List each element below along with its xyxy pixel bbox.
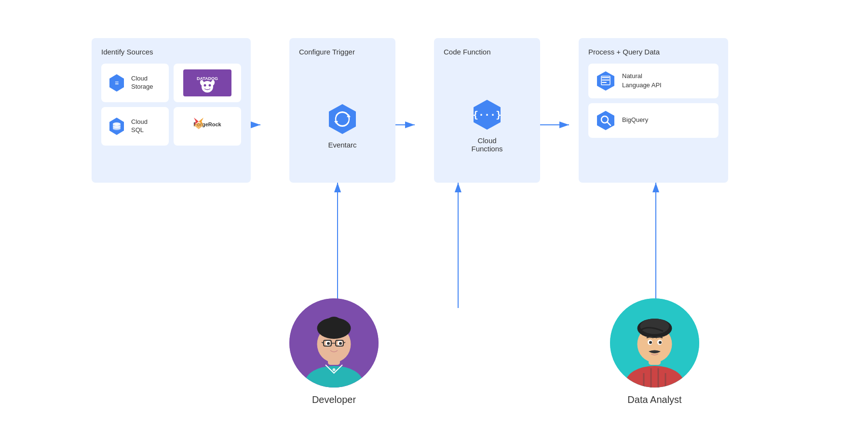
svg-point-60 [640,319,669,334]
svg-point-64 [659,341,662,344]
eventarc-service: Eventarc [326,102,359,149]
forgerock-item: ForgeRock [174,107,241,146]
svg-rect-30 [602,82,607,83]
spacer-2 [395,56,434,201]
cloud-sql-item: CloudSQL [101,107,169,146]
datadog-item: DATADOG [174,64,241,102]
svg-point-43 [327,342,330,345]
configure-trigger-title: Configure Trigger [299,48,355,56]
identify-sources-panel: Identify Sources ≡ CloudStorage DATADOG [92,38,251,183]
eventarc-icon [326,102,359,136]
process-query-panel: Process + Query Data NaturalLanguage API [579,38,728,183]
cloud-functions-service: {···} CloudFunctions [470,98,504,153]
svg-text:≡: ≡ [115,79,119,87]
svg-point-50 [333,368,336,371]
cloud-storage-icon: ≡ [107,73,126,93]
natural-language-api-item: NaturalLanguage API [588,64,719,98]
svg-marker-32 [597,111,614,130]
configure-trigger-panel: Configure Trigger Eventarc [289,38,395,183]
bigquery-item: BigQuery [588,103,719,138]
forgerock-logo: ForgeRock [183,113,231,140]
svg-point-44 [339,342,342,345]
diagram-wrapper: Identify Sources ≡ CloudStorage DATADOG [24,14,844,429]
analyst-persona: Data Analyst [610,298,699,405]
developer-persona: Developer [289,298,379,405]
sources-grid: ≡ CloudStorage DATADOG [101,64,241,146]
cloud-functions-label: CloudFunctions [471,136,502,153]
svg-marker-21 [329,104,356,134]
analyst-avatar [610,298,699,388]
bigquery-icon [595,110,616,131]
developer-avatar [289,298,379,388]
cloud-sql-label: CloudSQL [131,118,148,134]
natural-language-api-label: NaturalLanguage API [622,72,662,89]
function-content: {···} CloudFunctions [444,64,530,173]
analyst-name: Data Analyst [627,394,681,405]
spacer-3 [540,56,579,201]
spacer-1 [251,56,289,201]
identify-sources-title: Identify Sources [101,48,241,56]
datadog-logo: DATADOG [183,69,231,96]
svg-text:DATADOG: DATADOG [197,76,218,81]
svg-point-15 [113,127,121,130]
eventarc-label: Eventarc [328,141,356,149]
analyst-svg [610,298,699,388]
cloud-functions-icon: {···} [470,98,504,132]
svg-point-7 [209,84,211,86]
svg-rect-29 [602,80,610,80]
developer-svg [289,298,379,388]
process-query-title: Process + Query Data [588,48,719,56]
cloud-sql-icon [107,117,126,136]
code-function-title: Code Function [444,48,530,56]
cloud-storage-label: CloudStorage [131,75,153,91]
cloud-storage-item: ≡ CloudStorage [101,64,169,102]
svg-point-6 [204,84,206,86]
svg-marker-27 [597,71,614,91]
svg-text:{···}: {···} [473,109,502,121]
svg-point-63 [649,341,652,344]
bigquery-label: BigQuery [622,116,648,124]
svg-point-40 [326,317,342,330]
svg-rect-28 [602,77,610,78]
code-function-panel: Code Function {···} CloudFunctions [434,38,540,183]
trigger-content: Eventarc [299,64,386,173]
developer-name: Developer [312,394,356,405]
natural-language-api-icon [595,70,616,92]
process-items: NaturalLanguage API BigQuery [588,64,719,138]
